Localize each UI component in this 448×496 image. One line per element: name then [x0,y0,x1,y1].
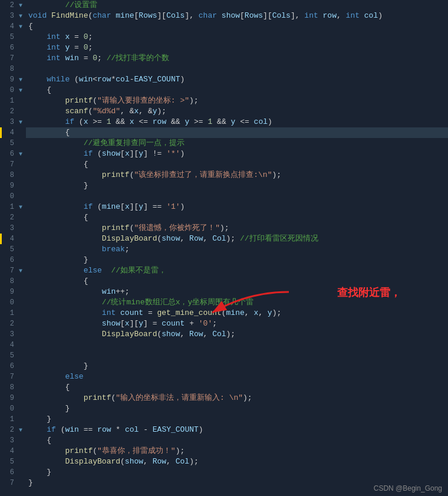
code-content-28: { [26,276,448,287]
code-content-12: scanf("%d%d", &x, &y); [26,106,448,117]
code-content-8 [26,64,448,74]
code-content-26: } [26,255,448,265]
line-num-36: 6 [0,361,18,372]
code-content-16: if (show[x][y] != '*') [26,149,448,159]
code-content-20 [26,191,448,202]
watermark: CSDN @Begin_Gong [374,484,442,492]
code-line-36: 6 } [0,361,448,372]
line-num-24: 4 [0,234,18,244]
code-line-7: 7 int win = 0; //找打非零的个数 [0,53,448,64]
code-content-23: printf("很遗憾，你被炸死了！"); [26,223,448,234]
code-line-43: 3 { [0,435,448,446]
code-line-37: 7 else [0,372,448,382]
code-content-9: while (win<row*col-EASY_COUNT) [26,74,448,85]
fold-21[interactable]: ▼ [19,204,22,211]
line-num-13: 3 [0,117,18,127]
gutter-19 [18,180,26,191]
code-content-29: win++; [26,287,448,297]
yellow-marker-14 [0,127,2,138]
line-num-37: 7 [0,372,18,382]
gutter-12 [18,106,26,117]
gutter-18 [18,170,26,180]
code-content-17: { [26,159,448,170]
gutter-38 [18,382,26,393]
gutter-33 [18,329,26,340]
code-line-27: 7 ▼ else //如果不是雷， [0,265,448,276]
code-line-44: 4 printf("恭喜你，排雷成功！"); [0,446,448,456]
gutter-6 [18,42,26,53]
code-content-7: int win = 0; //找打非零的个数 [26,53,448,64]
gutter-21: ▼ [18,202,26,212]
code-line-20: 0 [0,191,448,202]
gutter-29 [18,287,26,297]
line-num-40: 0 [0,403,18,414]
code-content-42: if (win == row * col - EASY_COUNT) [26,425,448,435]
gutter-20 [18,191,26,202]
line-num-39: 9 [0,393,18,403]
line-num-44: 4 [0,446,18,456]
line-num-2: 2 [0,0,18,11]
gutter-26 [18,255,26,265]
fold-16[interactable]: ▼ [19,151,22,157]
fold-13[interactable]: ▼ [19,119,22,126]
fold-27[interactable]: ▼ [19,268,22,274]
gutter-22 [18,212,26,223]
code-line-24: 4 DisplayBoard(show, Row, Col); //打印看雷区死… [0,234,448,244]
line-num-38: 8 [0,382,18,393]
fold-2[interactable]: ▼ [19,2,22,9]
code-line-8: 8 [0,64,448,74]
gutter-39 [18,393,26,403]
line-num-27: 7 [0,265,18,276]
line-num-29: 9 [0,287,18,297]
code-content-15: //避免重复排查同一点，提示 [26,138,448,149]
fold-10[interactable]: ▼ [19,87,22,94]
line-num-3: 3 [0,11,18,21]
code-content-40: } [26,403,448,414]
code-content-30: //统计mine数组汇总x，y坐标周围有几个雷 [26,297,448,308]
line-num-22: 2 [0,212,18,223]
fold-9[interactable]: ▼ [19,77,22,83]
code-line-45: 5 DisplayBoard(show, Row, Col); [0,456,448,467]
line-num-35: 5 [0,350,18,361]
gutter-27: ▼ [18,265,26,276]
line-num-34: 4 [0,340,18,350]
code-line-2: 2 ▼ //设置雷 [0,0,448,11]
code-content-5: int x = 0; [26,32,448,42]
code-line-42: 2 ▼ if (win == row * col - EASY_COUNT) [0,425,448,435]
line-num-20: 0 [0,191,18,202]
fold-4[interactable]: ▼ [19,24,22,30]
code-line-4: 4 ▼ { [0,21,448,32]
gutter-32 [18,318,26,329]
line-num-6: 6 [0,42,18,53]
code-content-37: else [26,372,448,382]
line-num-25: 5 [0,244,18,255]
code-line-13: 3 ▼ if (x >= 1 && x <= row && y >= 1 && … [0,117,448,127]
code-line-11: 1 printf("请输入要排查的坐标: >"); [0,96,448,106]
gutter-8 [18,64,26,74]
line-num-42: 2 [0,425,18,435]
gutter-13: ▼ [18,117,26,127]
code-content-21: if (mine[x][y] == '1') [26,202,448,212]
code-content-19: } [26,180,448,191]
line-num-33: 3 [0,329,18,340]
code-content-25: break; [26,244,448,255]
code-line-25: 5 break; [0,244,448,255]
fold-42[interactable]: ▼ [19,427,22,433]
line-num-4: 4 [0,21,18,32]
line-num-45: 5 [0,456,18,467]
line-num-15: 5 [0,138,18,149]
code-content-13: if (x >= 1 && x <= row && y >= 1 && y <=… [26,117,448,127]
code-line-17: 7 { [0,159,448,170]
code-line-6: 6 int y = 0; [0,42,448,53]
code-content-38: { [26,382,448,393]
code-line-16: 6 ▼ if (show[x][y] != '*') [0,149,448,159]
line-num-46: 6 [0,467,18,478]
line-num-41: 1 [0,414,18,425]
code-content-10: { [26,85,448,96]
line-num-17: 7 [0,159,18,170]
gutter-28 [18,276,26,287]
fold-3[interactable]: ▼ [19,13,22,19]
gutter-14 [18,127,26,138]
line-num-10: 0 [0,85,18,96]
code-content-32: show[x][y] = count + '0'; [26,318,448,329]
